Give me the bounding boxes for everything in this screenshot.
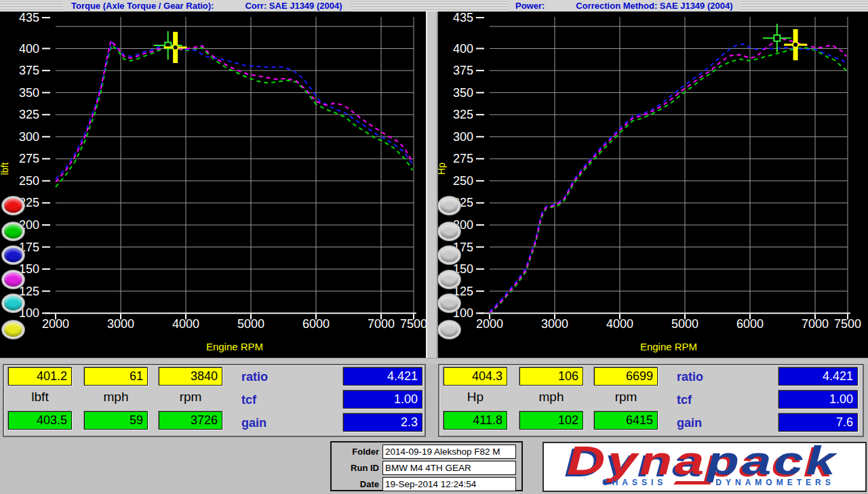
svg-text:250: 250 [453, 174, 473, 188]
svg-text:350: 350 [19, 86, 39, 100]
svg-text:7000: 7000 [802, 317, 829, 331]
svg-text:300: 300 [19, 130, 39, 144]
folder-label: Folder [332, 447, 379, 457]
svg-text:275: 275 [19, 152, 39, 165]
run-id-label: Run ID [332, 463, 379, 473]
power-plot-canvas[interactable]: 2000300040005000600070007500435400375350… [438, 12, 868, 358]
svg-text:400: 400 [453, 42, 473, 56]
torque-plot-canvas[interactable]: 2000300040005000600070007500435400375350… [0, 12, 426, 358]
power-peak-value: 411.8 [443, 411, 507, 430]
torque-readout-panel: 401.2 61 3840 lbft mph rpm 403.5 59 3726… [3, 364, 426, 437]
svg-text:4000: 4000 [172, 317, 199, 331]
svg-text:lbft: lbft [0, 163, 10, 176]
svg-text:2000: 2000 [42, 317, 69, 331]
run-select-button-blue[interactable] [2, 246, 24, 264]
torque-chart[interactable]: 2000300040005000600070007500435400375350… [0, 12, 426, 358]
svg-text:6000: 6000 [736, 317, 764, 331]
run-select-button-gray-1[interactable] [438, 197, 460, 215]
power-chart-header: Power: Correction Method: SAE J1349 (200… [507, 0, 741, 12]
run-select-button-red[interactable] [2, 197, 24, 215]
power-readout-panel: 404.3 106 6699 Hp mph rpm 411.8 102 6415… [438, 364, 864, 437]
speed-cursor-value: 106 [519, 367, 583, 386]
run-select-button-gray-2[interactable] [438, 222, 460, 241]
gain-label: gain [677, 416, 724, 430]
magenta-run-curve [56, 41, 412, 182]
logo-chassis-text: CHASSIS [602, 478, 667, 487]
power-unit-label: Hp [443, 390, 507, 405]
chart-divider [426, 12, 438, 358]
svg-text:435: 435 [453, 12, 473, 24]
run-select-button-gray-3[interactable] [438, 246, 460, 264]
svg-text:325: 325 [453, 108, 473, 121]
svg-text:3000: 3000 [107, 317, 134, 331]
svg-text:2000: 2000 [476, 317, 503, 331]
logo-word-pack: pack [707, 442, 837, 483]
svg-text:125: 125 [19, 285, 39, 298]
svg-text:350: 350 [453, 86, 473, 100]
ratio-value: 4.421 [343, 367, 422, 386]
speed-unit-label: mph [84, 390, 148, 405]
svg-text:3000: 3000 [541, 317, 568, 331]
rpm-unit-label: rpm [594, 390, 658, 405]
run-select-button-gray-6[interactable] [438, 321, 460, 339]
torque-chart-header: Torque (Axle Torque / Gear Ratio): Corr:… [63, 0, 351, 12]
run-select-button-gray-5[interactable] [438, 294, 460, 312]
tcf-label: tcf [241, 393, 289, 407]
rpm-cursor-value: 3840 [159, 367, 222, 386]
svg-text:300: 300 [453, 130, 473, 144]
svg-text:4000: 4000 [606, 317, 633, 331]
svg-text:Engine RPM: Engine RPM [640, 341, 697, 352]
logo-subtitle: CHASSIS DYNAMOMETERS [602, 478, 835, 487]
power-chart[interactable]: 2000300040005000600070007500435400375350… [438, 12, 868, 358]
gain-label: gain [241, 416, 289, 430]
svg-text:Hp: Hp [438, 163, 447, 175]
svg-text:7500: 7500 [834, 317, 861, 331]
tcf-label: tcf [677, 393, 724, 407]
tcf-value: 1.00 [343, 390, 422, 409]
dynapack-logo: Dynapack CHASSIS DYNAMOMETERS [542, 442, 867, 492]
torque-peak-value: 403.5 [8, 411, 72, 430]
run-select-button-gray-4[interactable] [438, 270, 460, 289]
status-bar: Folder 2014-09-19 Alekshop F82 M Run ID … [0, 437, 868, 494]
gain-value: 2.3 [343, 413, 422, 432]
logo-red-swoosh [674, 481, 709, 485]
rpm-peak-value: 6415 [594, 411, 658, 430]
svg-text:400: 400 [19, 42, 39, 56]
run-select-button-green[interactable] [2, 222, 24, 241]
date-field[interactable]: 19-Sep-2014 12:24:54 [382, 477, 516, 491]
tcf-value: 1.00 [778, 390, 858, 409]
logo-word-dyna: Dyna [567, 442, 707, 483]
svg-text:250: 250 [19, 174, 39, 188]
svg-text:325: 325 [19, 108, 39, 121]
run-select-button-magenta[interactable] [2, 270, 24, 289]
svg-text:6000: 6000 [302, 317, 330, 331]
svg-text:375: 375 [453, 64, 473, 77]
rpm-unit-label: rpm [159, 390, 222, 405]
svg-text:7000: 7000 [368, 317, 395, 331]
speed-peak-value: 59 [84, 411, 148, 430]
blue-run-curve [490, 44, 846, 312]
gain-value: 7.6 [778, 413, 858, 432]
magenta-run-curve [490, 39, 846, 313]
date-label: Date [332, 479, 379, 489]
run-select-button-cyan[interactable] [2, 294, 24, 312]
yellow-cursor-marker[interactable] [784, 29, 807, 60]
torque-correction: Corr: SAE J1349 (2004) [245, 0, 342, 12]
svg-text:275: 275 [453, 152, 473, 165]
ratio-value: 4.421 [778, 367, 858, 386]
power-title: Power: [515, 0, 545, 12]
torque-title: Torque (Axle Torque / Gear Ratio): [71, 0, 214, 12]
ratio-label: ratio [241, 370, 289, 384]
svg-text:5000: 5000 [671, 317, 698, 331]
power-cursor-value: 404.3 [443, 367, 507, 386]
panel-separator [0, 358, 868, 364]
rpm-cursor-value: 6699 [594, 367, 658, 386]
run-id-field[interactable]: BMW M4 4TH GEAR [382, 461, 516, 475]
torque-unit-label: lbft [8, 390, 72, 405]
folder-field[interactable]: 2014-09-19 Alekshop F82 M [382, 445, 516, 459]
svg-text:Engine RPM: Engine RPM [206, 341, 263, 352]
run-select-button-yellow[interactable] [2, 321, 24, 339]
speed-unit-label: mph [519, 390, 583, 405]
svg-text:5000: 5000 [237, 317, 264, 331]
logo-dynamometers-text: DYNAMOMETERS [715, 478, 834, 487]
